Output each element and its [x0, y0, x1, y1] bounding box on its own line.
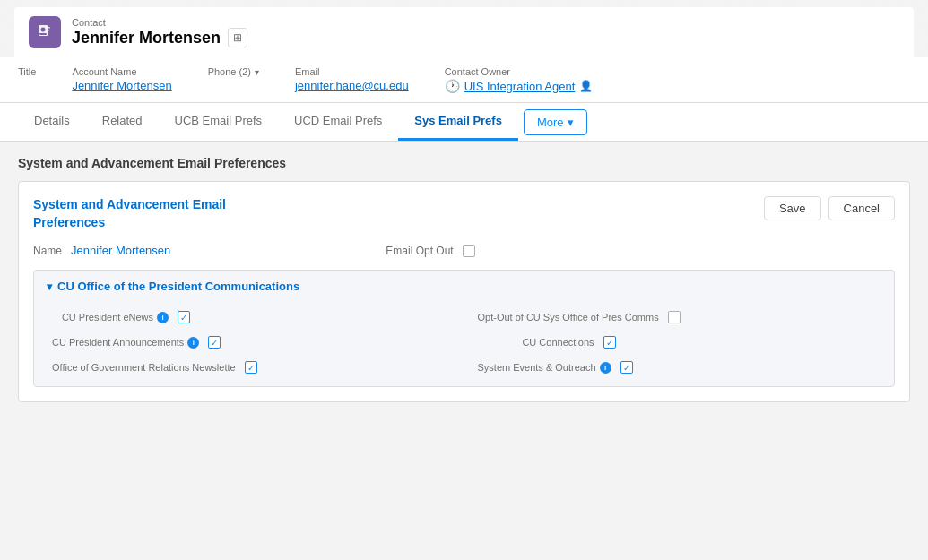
- cu-office-section: ▾ CU Office of the President Communicati…: [33, 270, 895, 387]
- contact-owner-label: Contact Owner: [445, 66, 594, 77]
- office-govt-relations-checkbox[interactable]: ✓: [245, 361, 257, 374]
- tab-details[interactable]: Details: [18, 103, 86, 141]
- header-text-block: Contact Jennifer Mortensen ⊞: [72, 17, 247, 47]
- phone-field: Phone (2) ▾: [208, 66, 259, 92]
- field-cu-president-announcements: CU President Announcements i ✓: [52, 336, 451, 349]
- tab-sys-email-prefs[interactable]: Sys Email Prefs: [398, 103, 518, 141]
- email-field: Email jennifer.hane@cu.edu: [295, 66, 409, 92]
- system-events-info-icon[interactable]: i: [600, 362, 611, 374]
- system-events-outreach-checkbox[interactable]: ✓: [620, 361, 633, 374]
- svg-rect-3: [46, 27, 50, 29]
- title-field: Title: [18, 66, 36, 92]
- field-opt-out-cu-sys: Opt-Out of CU Sys Office of Pres Comms: [478, 311, 877, 323]
- more-chevron-icon: ▾: [568, 116, 574, 129]
- cu-president-announcements-checkbox[interactable]: ✓: [208, 336, 221, 349]
- contact-object-icon: [29, 16, 61, 48]
- object-type-label: Contact: [72, 17, 247, 28]
- owner-person-icon: 👤: [579, 80, 593, 92]
- enews-info-icon[interactable]: i: [157, 312, 169, 323]
- section-title: System and Advancement Email Preferences: [18, 156, 910, 170]
- contact-svg-icon: [36, 23, 54, 41]
- cu-president-enews-checkbox[interactable]: ✓: [178, 311, 190, 323]
- phone-label: Phone (2): [208, 66, 251, 77]
- contact-owner-field: Contact Owner 🕐 UIS Integration Agent 👤: [445, 66, 594, 93]
- contact-owner-value[interactable]: UIS Integration Agent: [464, 80, 576, 93]
- subsection-title: CU Office of the President Communication…: [57, 280, 299, 293]
- card-header: System and Advancement Email Preferences…: [33, 196, 895, 231]
- card-actions: Save Cancel: [764, 196, 895, 220]
- name-value: Jennifer Mortensen: [71, 244, 170, 257]
- preferences-card: System and Advancement Email Preferences…: [18, 181, 910, 402]
- more-label: More: [537, 116, 564, 129]
- svg-point-1: [41, 28, 46, 32]
- tab-ucb-email-prefs[interactable]: UCB Email Prefs: [159, 103, 279, 141]
- collapsible-body: CU President eNews i ✓ Opt-Out of CU Sys…: [34, 302, 894, 386]
- opt-out-cu-sys-checkbox[interactable]: [668, 311, 681, 323]
- collapse-chevron-icon: ▾: [47, 280, 52, 293]
- email-value[interactable]: jennifer.hane@cu.edu: [295, 79, 409, 92]
- field-cu-president-enews: CU President eNews i ✓: [52, 311, 451, 323]
- cu-president-enews-label: CU President eNews i: [52, 312, 169, 323]
- main-content: System and Advancement Email Preferences…: [0, 142, 928, 540]
- info-bar: Title Account Name Jennifer Mortensen Ph…: [0, 57, 928, 103]
- tab-more[interactable]: More ▾: [524, 109, 587, 135]
- tab-related[interactable]: Related: [86, 103, 159, 141]
- cu-president-announcements-label: CU President Announcements i: [52, 337, 199, 349]
- account-name-label: Account Name: [72, 66, 171, 77]
- cu-connections-checkbox[interactable]: ✓: [603, 336, 616, 349]
- field-office-govt-relations: Office of Government Relations Newslette…: [52, 361, 451, 374]
- account-name-value[interactable]: Jennifer Mortensen: [72, 79, 171, 92]
- opt-out-cu-sys-label: Opt-Out of CU Sys Office of Pres Comms: [478, 312, 659, 323]
- name-row: Name Jennifer Mortensen Email Opt Out: [33, 244, 895, 257]
- email-label: Email: [295, 66, 409, 77]
- email-opt-out-label: Email Opt Out: [386, 245, 453, 257]
- office-govt-relations-label: Office of Government Relations Newslette: [52, 362, 236, 373]
- profile-action-icon[interactable]: ⊞: [228, 28, 247, 47]
- account-name-field: Account Name Jennifer Mortensen: [72, 66, 171, 92]
- title-value: [18, 79, 36, 92]
- tabs-bar: Details Related UCB Email Prefs UCD Emai…: [0, 103, 928, 142]
- cancel-button[interactable]: Cancel: [828, 196, 895, 220]
- card-title: System and Advancement Email Preferences: [33, 196, 284, 231]
- collapsible-header[interactable]: ▾ CU Office of the President Communicati…: [34, 271, 894, 302]
- phone-dropdown-icon[interactable]: ▾: [255, 67, 259, 77]
- field-cu-connections: CU Connections ✓: [478, 336, 877, 349]
- tab-ucd-email-prefs[interactable]: UCD Email Prefs: [278, 103, 398, 141]
- title-label: Title: [18, 66, 36, 77]
- phone-value: [208, 79, 259, 92]
- contact-name-heading: Jennifer Mortensen: [72, 29, 221, 47]
- name-label: Name: [33, 245, 62, 257]
- email-opt-out-checkbox[interactable]: [463, 245, 475, 257]
- owner-clock-icon: 🕐: [445, 79, 460, 93]
- svg-rect-4: [46, 30, 49, 31]
- system-events-outreach-label: System Events & Outreach i: [478, 362, 611, 374]
- cu-connections-label: CU Connections: [478, 337, 594, 348]
- announcements-info-icon[interactable]: i: [187, 337, 199, 349]
- save-button[interactable]: Save: [764, 196, 821, 220]
- svg-rect-2: [39, 33, 47, 35]
- field-system-events-outreach: System Events & Outreach i ✓: [478, 361, 877, 374]
